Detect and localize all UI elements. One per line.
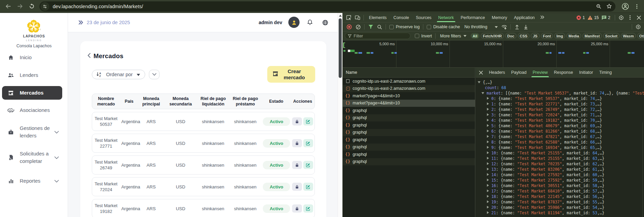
back-chevron-button[interactable] bbox=[87, 53, 91, 60]
json-tree-line[interactable]: 20: {name: "Test Market 35986", market_i… bbox=[476, 205, 644, 210]
json-tree-line[interactable]: 4: {name: "Test Market 19182", market_id… bbox=[476, 118, 644, 123]
json-tree-line[interactable]: 3: {name: "Test Market 72024", market_id… bbox=[476, 112, 644, 118]
json-tree-line[interactable]: 19: {name: "Test Market 87837", market_i… bbox=[476, 199, 644, 205]
device-toolbar-button[interactable] bbox=[353, 14, 362, 22]
collapsed-arrow-icon[interactable] bbox=[487, 135, 489, 138]
request-row[interactable]: {}graphql bbox=[343, 114, 475, 122]
collapsed-arrow-icon[interactable] bbox=[487, 113, 489, 116]
filter-pill-doc[interactable]: Doc bbox=[505, 33, 516, 39]
devtools-tab-sources[interactable]: Sources bbox=[412, 13, 435, 22]
request-row[interactable]: {}graphql bbox=[343, 151, 475, 158]
scrollbar-thumb[interactable] bbox=[339, 18, 342, 78]
edit-market-button[interactable] bbox=[303, 204, 313, 213]
devtools-tab-console[interactable]: Console bbox=[390, 13, 412, 22]
throttling-dropdown[interactable]: No throttling bbox=[464, 24, 498, 29]
page-scrollbar[interactable] bbox=[338, 13, 342, 217]
edit-market-button[interactable] bbox=[303, 161, 313, 169]
invert-checkbox[interactable]: Invert bbox=[415, 34, 432, 38]
edit-market-button[interactable] bbox=[303, 117, 313, 126]
json-tree-line[interactable]: 18: {name: "Test Market 22145", market_i… bbox=[476, 194, 644, 199]
requests-name-column-header[interactable]: Name bbox=[343, 68, 475, 78]
collapsed-arrow-icon[interactable] bbox=[487, 140, 489, 143]
expanded-arrow-icon[interactable] bbox=[481, 92, 484, 94]
filter-pill-wasm[interactable]: Wasm bbox=[621, 33, 636, 39]
request-row[interactable]: {}market?page=4&limit=10 bbox=[343, 92, 475, 100]
console-errors-indicator[interactable]: 1 bbox=[576, 15, 585, 20]
collapsed-arrow-icon[interactable] bbox=[487, 130, 489, 132]
collapsed-arrow-icon[interactable] bbox=[487, 168, 489, 170]
sidebar-item-mercados[interactable]: Mercados bbox=[2, 86, 62, 100]
preserve-log-checkbox[interactable]: Preserve log bbox=[389, 24, 420, 29]
request-row[interactable]: {}graphql bbox=[343, 107, 475, 114]
filter-pill-js[interactable]: JS bbox=[531, 33, 539, 39]
detail-tab-timing[interactable]: Timing bbox=[596, 68, 615, 77]
expand-filters-button[interactable] bbox=[149, 70, 159, 79]
request-row[interactable]: cognito-idp.us-east-2.amazonaws.com bbox=[343, 78, 475, 85]
json-tree-line[interactable]: 12: {name: "Test Market 70235", market_i… bbox=[476, 161, 644, 167]
messages-indicator[interactable]: 2 bbox=[601, 15, 610, 20]
filter-pill-css[interactable]: CSS bbox=[518, 33, 530, 39]
issues-indicator[interactable]: 15 bbox=[588, 15, 599, 20]
collapsed-arrow-icon[interactable] bbox=[487, 179, 489, 181]
collapsed-arrow-icon[interactable] bbox=[487, 97, 489, 100]
lock-market-button[interactable] bbox=[292, 204, 302, 213]
json-tree-line[interactable]: 6: {name: "Test Market 81266", market_id… bbox=[476, 129, 644, 134]
json-tree-line[interactable]: market: [{name: "Test Market 50537", mar… bbox=[476, 90, 644, 96]
json-tree-line[interactable]: 16: {name: "Test Market 30551", market_i… bbox=[476, 183, 644, 188]
detail-tab-preview[interactable]: Preview bbox=[529, 68, 550, 77]
detail-tab-initiator[interactable]: Initiator bbox=[576, 68, 596, 77]
json-tree-line[interactable]: 1: {name: "Test Market 22771", market_id… bbox=[476, 101, 644, 107]
expanded-arrow-icon[interactable] bbox=[478, 81, 480, 83]
create-market-button[interactable]: Crear mercado bbox=[267, 66, 315, 83]
scrollbar-up-arrow[interactable] bbox=[339, 15, 342, 17]
sort-by-button[interactable]: A Z Ordenar por bbox=[92, 70, 145, 79]
collapsed-arrow-icon[interactable] bbox=[487, 195, 489, 198]
zoom-button[interactable] bbox=[594, 2, 604, 11]
request-row[interactable]: {}graphql bbox=[343, 144, 475, 151]
notifications-button[interactable] bbox=[307, 19, 313, 27]
back-button[interactable] bbox=[3, 1, 14, 12]
lock-market-button[interactable] bbox=[292, 117, 302, 126]
sidebar-item-solicitudes-a-completar[interactable]: Solicitudes a completar bbox=[2, 147, 62, 168]
devtools-menu-button[interactable] bbox=[626, 14, 634, 22]
json-preview-tree[interactable]: {,…}count: 68 market: [{name: "Test Mark… bbox=[476, 78, 644, 217]
collapsed-arrow-icon[interactable] bbox=[487, 108, 489, 111]
sidebar-item-lenders[interactable]: Lenders bbox=[2, 68, 62, 82]
filter-pill-fetch-xhr[interactable]: Fetch/XHR bbox=[481, 33, 504, 39]
filter-pill-manifest[interactable]: Manifest bbox=[582, 33, 602, 39]
collapsed-arrow-icon[interactable] bbox=[487, 151, 489, 154]
lock-market-button[interactable] bbox=[292, 161, 302, 169]
filter-pill-other[interactable]: Other bbox=[637, 33, 644, 39]
lock-market-button[interactable] bbox=[292, 139, 302, 147]
json-tree-line[interactable]: 17: {name: "Test Market 68410", market_i… bbox=[476, 188, 644, 194]
clear-network-log-button[interactable] bbox=[354, 23, 362, 31]
request-row[interactable]: {}market?page=4&limit=10 bbox=[343, 100, 475, 107]
json-tree-line[interactable]: 15: {name: "Test Market 27592", market_i… bbox=[476, 178, 644, 183]
collapsed-arrow-icon[interactable] bbox=[487, 157, 489, 160]
filter-toggle-button[interactable] bbox=[366, 23, 375, 31]
request-row[interactable]: {}graphql bbox=[343, 136, 475, 144]
filter-pill-media[interactable]: Media bbox=[566, 33, 581, 39]
json-tree-line[interactable]: 13: {name: "Test Market 83206", market_i… bbox=[476, 167, 644, 172]
devtools-tab-performance[interactable]: Performance bbox=[457, 13, 489, 22]
collapsed-arrow-icon[interactable] bbox=[487, 184, 489, 187]
bookmark-button[interactable] bbox=[604, 2, 614, 11]
record-network-log-button[interactable] bbox=[345, 23, 354, 31]
site-settings-button[interactable] bbox=[40, 2, 49, 11]
sidebar-item-gestiones-de-lenders[interactable]: Gestiones de lenders bbox=[2, 122, 62, 142]
json-tree-line[interactable]: 14: {name: "Test Market 27592", market_i… bbox=[476, 172, 644, 178]
json-tree-line[interactable]: 9: {name: "Test Market 16934", market_id… bbox=[476, 145, 644, 150]
devtools-tab-application[interactable]: Application bbox=[510, 13, 538, 22]
collapsed-arrow-icon[interactable] bbox=[487, 146, 489, 149]
filter-pill-font[interactable]: Font bbox=[541, 33, 553, 39]
filter-pill-all[interactable]: All bbox=[471, 33, 479, 39]
detail-tab-payload[interactable]: Payload bbox=[508, 68, 529, 77]
browser-menu-button[interactable] bbox=[631, 1, 643, 12]
json-tree-line[interactable]: 5: {name: "Test Market 40679", market_id… bbox=[476, 123, 644, 129]
filter-pill-socket[interactable]: Socket bbox=[603, 33, 620, 39]
collapsed-arrow-icon[interactable] bbox=[487, 211, 489, 214]
network-conditions-button[interactable] bbox=[500, 23, 509, 31]
devtools-tab-memory[interactable]: Memory bbox=[488, 13, 510, 22]
devtools-tab-network[interactable]: Network bbox=[435, 13, 457, 22]
devtools-settings-button[interactable] bbox=[617, 14, 626, 22]
